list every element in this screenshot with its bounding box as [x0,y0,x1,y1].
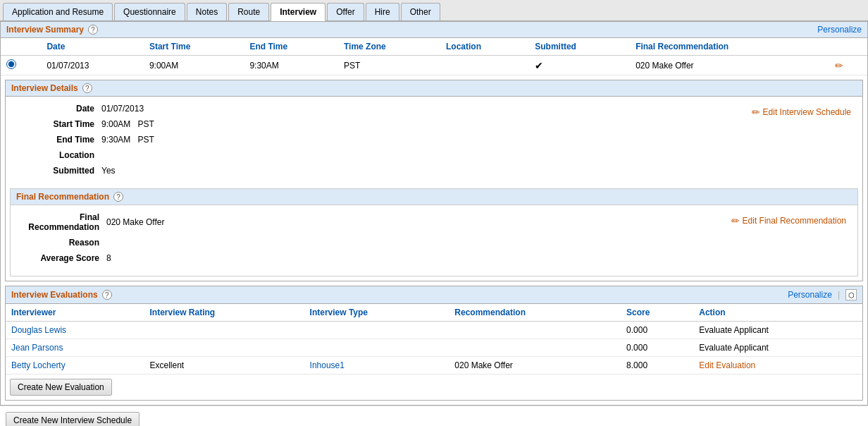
edit-interview-pencil-icon: ✏ [752,107,760,118]
interview-details-header-left: Interview Details ? [11,83,92,93]
eval-table-header-row: Interviewer Interview Rating Interview T… [6,304,862,322]
eval-action-cell: Evaluate Applicant [693,322,862,339]
eval-rating-cell [144,322,304,339]
final-recommendation-section: Final Recommendation ? Final Recommendat… [10,188,858,276]
select-radio[interactable] [6,59,16,69]
edit-final-rec-link[interactable]: ✏ Edit Final Recommendation [731,215,846,226]
col-submitted: Submitted [529,38,630,56]
row-edit-pencil-icon[interactable]: ✏ [835,60,843,71]
submitted-value: Yes [101,166,116,176]
row-select-cell[interactable] [1,56,41,75]
eval-interviewer-link[interactable]: Douglas Lewis [11,325,66,335]
eval-table-row: Douglas Lewis0.000Evaluate Applicant [6,322,862,339]
tab-interview[interactable]: Interview [271,3,326,21]
interview-details-section: Interview Details ? Date 01/07/2013 Star… [5,80,863,281]
eval-col-recommendation: Recommendation [449,304,621,322]
interview-evaluations-header: Interview Evaluations ? Personalize | ⬡ [6,286,862,304]
edit-interview-schedule-link[interactable]: ✏ Edit Interview Schedule [752,107,851,118]
create-interview-schedule-button[interactable]: Create New Interview Schedule [6,412,140,426]
interview-details-body: Date 01/07/2013 Start Time 9:00AM PST En… [6,97,862,188]
row-edit-cell[interactable]: ✏ [829,56,867,75]
interview-summary-personalize-link[interactable]: Personalize [817,25,862,35]
eval-header-left: Interview Evaluations ? [11,290,112,300]
eval-interviewer-link[interactable]: Jean Parsons [11,343,63,353]
details-submitted-row: Submitted Yes [17,166,434,176]
interview-summary-help-icon[interactable]: ? [88,25,98,35]
interview-summary-table: Date Start Time End Time Time Zone Locat… [1,38,867,75]
end-time-label: End Time [17,135,101,145]
eval-type-link[interactable]: Inhouse1 [310,360,345,370]
eval-interviewer-cell[interactable]: Douglas Lewis [6,322,144,339]
final-rec-label: Final Recommendation [22,212,106,232]
eval-interviewer-link[interactable]: Betty Locherty [11,360,66,370]
eval-col-rating: Interview Rating [144,304,304,322]
start-time-label: Start Time [17,119,101,129]
submitted-checkmark: ✔ [535,60,543,71]
eval-action-cell[interactable]: Edit Evaluation [693,357,862,375]
interview-evaluations-section: Interview Evaluations ? Personalize | ⬡ … [5,286,863,401]
create-evaluation-button[interactable]: Create New Evaluation [10,379,112,396]
edit-interview-label: Edit Interview Schedule [763,107,851,117]
col-end-time: End Time [244,38,338,56]
summary-table-header-row: Date Start Time End Time Time Zone Locat… [1,38,867,56]
end-tz-text: PST [137,135,154,145]
tab-route[interactable]: Route [228,3,269,20]
col-start-time: Start Time [144,38,244,56]
start-tz-text: PST [137,119,154,129]
eval-rating-cell: Excellent [144,357,304,375]
col-date: Date [41,38,144,56]
main-content: Interview Summary ? Personalize Date Sta… [0,21,868,406]
tab-application-resume[interactable]: Application and Resume [3,3,113,20]
eval-export-icon[interactable]: ⬡ [845,289,857,300]
details-location-row: Location [17,150,434,160]
eval-score-cell: 8.000 [621,357,693,375]
bottom-bar: Create New Interview Schedule [0,406,868,426]
submitted-label: Submitted [17,166,101,176]
final-rec-header-left: Final Recommendation ? [16,192,123,202]
row-final-rec-cell: 020 Make Offer [630,56,829,75]
eval-header-right: Personalize | ⬡ [788,289,857,300]
eval-score-cell: 0.000 [621,339,693,357]
tab-bar: Application and ResumeQuestionnaireNotes… [0,0,868,21]
col-timezone: Time Zone [338,38,440,56]
final-rec-help-icon[interactable]: ? [113,192,123,202]
eval-interviewer-cell[interactable]: Jean Parsons [6,339,144,357]
row-submitted-cell: ✔ [529,56,630,75]
interview-summary-title: Interview Summary [6,25,84,35]
row-end-time-cell: 9:30AM [244,56,338,75]
interview-details-left: Date 01/07/2013 Start Time 9:00AM PST En… [17,104,434,181]
eval-personalize-link[interactable]: Personalize [788,290,832,300]
col-edit [829,38,867,56]
row-location-cell [440,56,529,75]
final-rec-reason-row: Reason [22,238,434,248]
row-date-cell: 01/07/2013 [41,56,144,75]
eval-type-cell[interactable]: Inhouse1 [304,357,450,375]
final-rec-left: Final Recommendation 020 Make Offer Reas… [22,212,434,269]
final-rec-value-row: Final Recommendation 020 Make Offer [22,212,434,232]
tab-questionnaire[interactable]: Questionnaire [114,3,185,20]
interview-details-header: Interview Details ? [6,80,862,97]
col-location: Location [440,38,529,56]
tab-notes[interactable]: Notes [187,3,227,20]
col-select [1,38,41,56]
tab-other[interactable]: Other [401,3,440,20]
eval-score-cell: 0.000 [621,322,693,339]
eval-recommendation-cell: 020 Make Offer [449,357,621,375]
date-value: 01/07/2013 [101,104,144,114]
section-header-left: Interview Summary ? [6,25,98,35]
eval-action-link[interactable]: Edit Evaluation [699,360,755,370]
interview-details-help-icon[interactable]: ? [82,83,92,93]
tab-offer[interactable]: Offer [327,3,364,20]
details-start-time-row: Start Time 9:00AM PST [17,119,434,129]
tab-hire[interactable]: Hire [366,3,399,20]
interview-eval-help-icon[interactable]: ? [102,290,112,300]
interview-evaluations-title: Interview Evaluations [11,290,98,300]
col-final-recommendation: Final Recommendation [630,38,829,56]
final-rec-right: ✏ Edit Final Recommendation [731,212,846,269]
location-label: Location [17,150,101,160]
details-date-row: Date 01/07/2013 [17,104,434,114]
interview-summary-header: Interview Summary ? Personalize [1,22,867,38]
details-end-time-row: End Time 9:30AM PST [17,135,434,145]
eval-interviewer-cell[interactable]: Betty Locherty [6,357,144,375]
eval-type-cell [304,322,450,339]
